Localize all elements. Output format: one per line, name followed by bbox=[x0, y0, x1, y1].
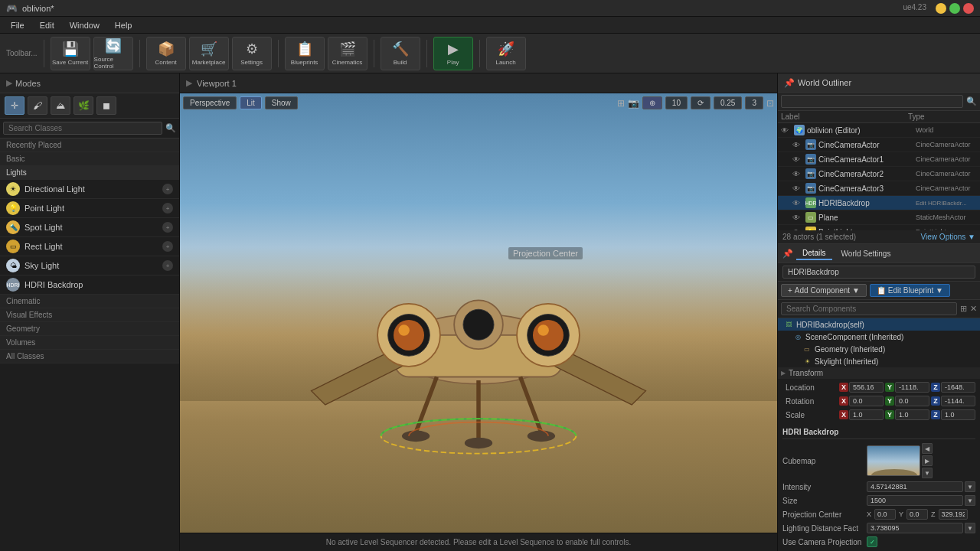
location-x-input[interactable] bbox=[849, 382, 884, 393]
class-rect-light[interactable]: ▭ Rect Light + bbox=[0, 237, 179, 256]
menu-window[interactable]: Window bbox=[62, 19, 107, 31]
edit-blueprint-button[interactable]: 📋 Edit Blueprint ▼ bbox=[870, 284, 950, 297]
menu-file[interactable]: File bbox=[3, 19, 32, 31]
search-classes-input[interactable] bbox=[3, 122, 162, 135]
vp-rotate-snap[interactable]: ⟳ bbox=[691, 96, 710, 109]
intensity-arrow[interactable]: ▼ bbox=[965, 481, 975, 492]
outliner-item-camera4[interactable]: 👁 📷 CineCameraActor3 CineCameraActor bbox=[778, 181, 980, 196]
section-basic[interactable]: Basic bbox=[0, 152, 179, 166]
proj-x-input[interactable] bbox=[874, 509, 896, 520]
add-component-button[interactable]: + Add Component ▼ bbox=[781, 284, 867, 297]
section-lights[interactable]: Lights bbox=[0, 166, 179, 180]
comp-item-geometry[interactable]: ▭ Geometry (Inherited) bbox=[778, 343, 980, 355]
viewport[interactable]: Perspective Lit Show ⊞ 📷 ⊕ 10 ⟳ 0.25 3 ⊡… bbox=[180, 93, 777, 533]
class-sky-light[interactable]: 🌤 Sky Light + bbox=[0, 256, 179, 276]
scale-z-input[interactable] bbox=[941, 409, 975, 420]
rect-light-add[interactable]: + bbox=[162, 241, 173, 252]
section-recently-placed[interactable]: Recently Placed bbox=[0, 139, 179, 152]
vp-btn-perspective[interactable]: Perspective bbox=[183, 96, 237, 109]
location-y-input[interactable] bbox=[895, 382, 929, 393]
size-arrow[interactable]: ▼ bbox=[965, 495, 975, 506]
rotation-y-input[interactable] bbox=[895, 396, 929, 406]
menu-edit[interactable]: Edit bbox=[32, 19, 62, 31]
cubemap-prev-button[interactable]: ◀ bbox=[922, 443, 933, 454]
class-spot-light[interactable]: 🔦 Spot Light + bbox=[0, 218, 179, 237]
mode-place[interactable]: ✛ bbox=[5, 96, 24, 115]
section-geometry[interactable]: Geometry bbox=[0, 322, 179, 336]
eye-icon[interactable]: 👁 bbox=[792, 155, 803, 164]
cubemap-thumbnail[interactable] bbox=[867, 445, 920, 476]
comp-item-scene[interactable]: ◎ SceneComponent (Inherited) bbox=[778, 331, 980, 343]
rotation-x-input[interactable] bbox=[849, 396, 884, 406]
size-input[interactable] bbox=[867, 495, 963, 506]
outliner-item-camera3[interactable]: 👁 📷 CineCameraActor2 CineCameraActor bbox=[778, 167, 980, 181]
eye-icon[interactable]: 👁 bbox=[792, 170, 803, 178]
vp-snap-value[interactable]: 10 bbox=[665, 96, 688, 109]
content-button[interactable]: 📦Content bbox=[146, 37, 186, 70]
build-button[interactable]: 🔨Build bbox=[381, 37, 420, 70]
minimize-button[interactable] bbox=[936, 3, 946, 14]
tab-world-settings[interactable]: World Settings bbox=[835, 248, 897, 259]
section-cinematic[interactable]: Cinematic bbox=[0, 295, 179, 308]
location-z-input[interactable] bbox=[941, 382, 975, 393]
view-options-button[interactable]: View Options ▼ bbox=[921, 233, 975, 241]
sky-light-add[interactable]: + bbox=[162, 260, 173, 271]
tab-details[interactable]: Details bbox=[796, 247, 832, 260]
filter-icon[interactable]: ⊞ bbox=[960, 304, 967, 314]
proj-y-input[interactable] bbox=[906, 509, 928, 520]
cubemap-next-button[interactable]: ▶ bbox=[922, 455, 933, 466]
comp-item-skylight[interactable]: ☀ Skylight (Inherited) bbox=[778, 355, 980, 367]
marketplace-button[interactable]: 🛒Marketplace bbox=[189, 37, 229, 70]
eye-icon[interactable]: 👁 bbox=[781, 126, 792, 135]
vp-maximize-icon[interactable]: ⊡ bbox=[766, 98, 774, 109]
launch-button[interactable]: 🚀Launch bbox=[486, 37, 526, 70]
outliner-item-hdri[interactable]: 👁 HDR HDRIBackdrop Edit HDRIBackdr... bbox=[778, 196, 980, 210]
vp-cam-speed[interactable]: 3 bbox=[745, 96, 763, 109]
outliner-search-input[interactable] bbox=[781, 95, 963, 108]
section-visual-effects[interactable]: Visual Effects bbox=[0, 308, 179, 322]
blueprints-button[interactable]: 📋Blueprints bbox=[285, 37, 325, 70]
close-button[interactable] bbox=[963, 3, 974, 14]
transform-section-header[interactable]: ▶ Transform bbox=[778, 367, 980, 379]
class-point-light[interactable]: 💡 Point Light + bbox=[0, 199, 179, 218]
class-directional-light[interactable]: ☀ Directional Light + bbox=[0, 180, 179, 199]
spot-light-add[interactable]: + bbox=[162, 222, 173, 233]
mode-geometry[interactable]: ◼ bbox=[96, 96, 116, 115]
outliner-item-camera2[interactable]: 👁 📷 CineCameraActor1 CineCameraActor bbox=[778, 152, 980, 167]
proj-z-input[interactable] bbox=[939, 509, 968, 520]
menu-help[interactable]: Help bbox=[107, 19, 140, 31]
source-control-button[interactable]: 🔄Source Control bbox=[93, 37, 133, 70]
close-search-icon[interactable]: ✕ bbox=[970, 304, 977, 314]
section-volumes[interactable]: Volumes bbox=[0, 336, 179, 350]
outliner-item-pointlight[interactable]: 👁 💡 PointLight PointLight bbox=[778, 225, 980, 230]
scale-y-input[interactable] bbox=[895, 409, 929, 420]
rotation-z-input[interactable] bbox=[941, 396, 975, 406]
eye-icon[interactable]: 👁 bbox=[792, 199, 803, 207]
lighting-distance-arrow[interactable]: ▼ bbox=[965, 523, 975, 533]
point-light-add[interactable]: + bbox=[162, 203, 173, 214]
scale-x-input[interactable] bbox=[849, 409, 884, 420]
directional-light-add[interactable]: + bbox=[162, 184, 173, 194]
section-all-classes[interactable]: All Classes bbox=[0, 350, 179, 364]
mode-foliage[interactable]: 🌿 bbox=[74, 96, 93, 115]
vp-btn-lit[interactable]: Lit bbox=[240, 96, 262, 109]
mode-paint[interactable]: 🖌 bbox=[28, 96, 47, 115]
outliner-item-camera1[interactable]: 👁 📷 CineCameraActor CineCameraActor bbox=[778, 138, 980, 152]
search-components-input[interactable] bbox=[781, 302, 957, 315]
intensity-input[interactable] bbox=[867, 481, 963, 492]
eye-icon[interactable]: 👁 bbox=[792, 184, 803, 193]
class-hdri-backdrop[interactable]: HDRI HDRI Backdrop bbox=[0, 276, 179, 295]
eye-icon[interactable]: 👁 bbox=[792, 141, 803, 149]
mode-landscape[interactable]: ⛰ bbox=[51, 96, 70, 115]
vp-scale-snap[interactable]: 0.25 bbox=[714, 96, 742, 109]
cinematics-button[interactable]: 🎬Cinematics bbox=[328, 37, 368, 70]
maximize-button[interactable] bbox=[949, 3, 960, 14]
lighting-distance-input[interactable] bbox=[867, 523, 963, 533]
comp-item-self[interactable]: 🖼 HDRIBackdrop(self) bbox=[778, 318, 980, 331]
vp-btn-show[interactable]: Show bbox=[265, 96, 298, 109]
outliner-item-world[interactable]: 👁 🌍 oblivion (Editor) World bbox=[778, 123, 980, 138]
settings-button[interactable]: ⚙Settings bbox=[232, 37, 272, 70]
cubemap-menu-button[interactable]: ▼ bbox=[922, 468, 933, 478]
actor-name-input[interactable] bbox=[782, 266, 975, 279]
vp-snap-translate[interactable]: ⊕ bbox=[642, 96, 662, 109]
